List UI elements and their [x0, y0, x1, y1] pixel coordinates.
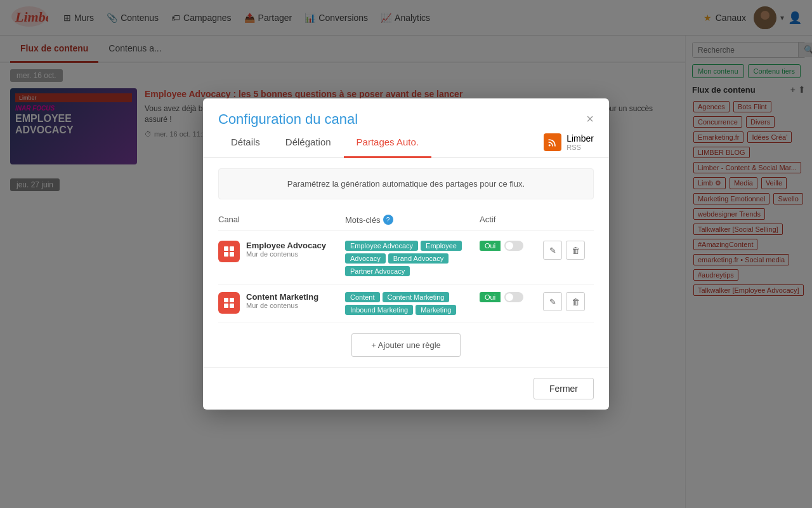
- svg-rect-8: [230, 252, 234, 257]
- channel-sub-1: Mur de contenus: [246, 250, 326, 258]
- svg-point-4: [549, 144, 551, 146]
- col-mots-cles: Mots-clés ?: [345, 215, 480, 225]
- modal-info-box: Paramétrez la génération automatique des…: [218, 168, 594, 199]
- svg-rect-7: [224, 252, 228, 257]
- keywords-2: Content Content Marketing Inbound Market…: [345, 292, 480, 315]
- channel-name-1: Employee Advocacy: [246, 241, 326, 250]
- tab-delegation[interactable]: Délégation: [273, 128, 344, 158]
- col-canal: Canal: [218, 215, 345, 225]
- toggle-slider-2[interactable]: [504, 292, 523, 302]
- tab-details[interactable]: Détails: [218, 128, 273, 158]
- toggle-area-2: Oui: [480, 292, 543, 302]
- kw-marketing: Marketing: [416, 305, 456, 315]
- delete-button-2[interactable]: 🗑: [566, 292, 585, 311]
- help-icon[interactable]: ?: [383, 215, 393, 225]
- kw-partner-advocacy: Partner Advocacy: [345, 266, 410, 276]
- row-actions-1: ✎ 🗑: [543, 241, 594, 260]
- channel-name-2: Content Marketing: [246, 292, 318, 302]
- toggle-oui-1: Oui: [480, 241, 501, 251]
- modal-close-button[interactable]: ×: [586, 112, 594, 125]
- svg-rect-10: [230, 298, 234, 302]
- kw-advocacy: Advocacy: [345, 253, 386, 264]
- svg-rect-12: [230, 304, 234, 308]
- kw-content: Content: [345, 292, 380, 302]
- svg-rect-11: [224, 304, 228, 308]
- tab-partages-auto[interactable]: Partages Auto.: [344, 128, 431, 158]
- modal: Configuration du canal × Détails Délégat…: [203, 98, 609, 410]
- channel-info-2: Content Marketing Mur de contenus: [218, 292, 345, 314]
- svg-rect-9: [224, 298, 228, 302]
- modal-header: Configuration du canal ×: [203, 98, 609, 128]
- toggle-slider-1[interactable]: [504, 241, 523, 251]
- col-actif: Actif: [480, 215, 543, 225]
- modal-overlay: Configuration du canal × Détails Délégat…: [0, 0, 812, 508]
- table-header: Canal Mots-clés ? Actif: [218, 210, 594, 231]
- kw-employee: Employee: [421, 241, 462, 251]
- modal-body: Paramétrez la génération automatique des…: [203, 158, 609, 367]
- modal-logo-text-area: Limber RSS: [566, 133, 594, 151]
- edit-button-1[interactable]: ✎: [543, 241, 562, 260]
- modal-logo-sub: RSS: [566, 144, 594, 151]
- svg-rect-5: [224, 246, 228, 251]
- channel-text-2: Content Marketing Mur de contenus: [246, 292, 318, 309]
- col-actions: [543, 215, 594, 225]
- channel-icon-1: [218, 241, 240, 262]
- modal-tab-logo: Limber RSS: [544, 133, 594, 151]
- channel-info-1: Employee Advocacy Mur de contenus: [218, 241, 345, 262]
- fermer-button[interactable]: Fermer: [534, 378, 594, 399]
- channel-icon-2: [218, 292, 240, 314]
- modal-tabs: Détails Délégation Partages Auto. Limber…: [203, 128, 609, 158]
- modal-logo-name: Limber: [566, 133, 594, 144]
- row-actions-2: ✎ 🗑: [543, 292, 594, 311]
- kw-employee-advocacy: Employee Advocacy: [345, 241, 418, 251]
- add-rule-button[interactable]: + Ajouter une règle: [351, 333, 461, 357]
- keywords-1: Employee Advocacy Employee Advocacy Bran…: [345, 241, 480, 276]
- channel-sub-2: Mur de contenus: [246, 302, 318, 309]
- channel-text-1: Employee Advocacy Mur de contenus: [246, 241, 326, 258]
- modal-title: Configuration du canal: [218, 111, 358, 128]
- kw-inbound-marketing: Inbound Marketing: [345, 305, 413, 315]
- modal-footer: Fermer: [203, 367, 609, 410]
- rss-icon: [544, 133, 561, 151]
- toggle-oui-2: Oui: [480, 292, 501, 302]
- table-row: Employee Advocacy Mur de contenus Employ…: [218, 233, 594, 284]
- svg-rect-6: [230, 246, 234, 251]
- toggle-area-1: Oui: [480, 241, 543, 251]
- delete-button-1[interactable]: 🗑: [566, 241, 585, 260]
- table-row: Content Marketing Mur de contenus Conten…: [218, 284, 594, 323]
- edit-button-2[interactable]: ✎: [543, 292, 562, 311]
- kw-content-marketing: Content Marketing: [383, 292, 450, 302]
- kw-brand-advocacy: Brand Advocacy: [388, 253, 449, 264]
